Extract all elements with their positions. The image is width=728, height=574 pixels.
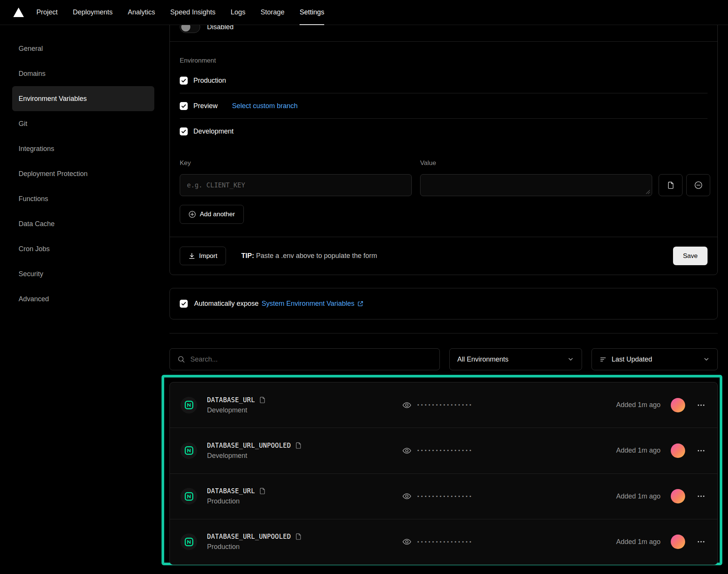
search-icon xyxy=(177,355,185,363)
environment-checkbox-list: Production Preview Select custom branch … xyxy=(180,68,708,144)
variable-text-block: DATABASE_URL_UNPOOLED Production xyxy=(207,533,302,551)
settings-sidebar: General Domains Environment Variables Gi… xyxy=(12,36,154,311)
sidebar-item-domains[interactable]: Domains xyxy=(12,61,154,86)
auto-expose-card: Automatically expose System Environment … xyxy=(169,288,718,319)
key-label: Key xyxy=(180,159,191,167)
variable-text-block: DATABASE_URL Production xyxy=(207,487,266,505)
divider xyxy=(169,333,718,333)
masked-value-group: ••••••••••••••• xyxy=(402,537,472,547)
auto-expose-text: Automatically expose System Environment … xyxy=(194,300,364,308)
environment-filter-dropdown[interactable]: All Environments xyxy=(449,348,582,370)
row-right-group: Added 1m ago xyxy=(616,489,707,503)
row-right-group: Added 1m ago xyxy=(616,443,707,458)
system-env-vars-link[interactable]: System Environment Variables xyxy=(262,300,364,308)
variable-row[interactable]: DATABASE_URL Development •••••••••••••••… xyxy=(170,382,717,428)
row-menu-button[interactable] xyxy=(695,491,707,502)
note-button[interactable] xyxy=(659,174,682,196)
nav-tab-deployments[interactable]: Deployments xyxy=(65,0,120,25)
masked-value-group: ••••••••••••••• xyxy=(402,400,472,410)
save-button[interactable]: Save xyxy=(673,247,708,265)
added-timestamp: Added 1m ago xyxy=(616,538,661,546)
sidebar-item-advanced[interactable]: Advanced xyxy=(12,286,154,311)
note-icon[interactable] xyxy=(259,396,266,403)
sidebar-item-deployment-protection[interactable]: Deployment Protection xyxy=(12,161,154,186)
note-icon[interactable] xyxy=(259,488,266,494)
masked-value: ••••••••••••••• xyxy=(417,494,472,499)
row-menu-button[interactable] xyxy=(695,445,707,456)
sidebar-item-environment-variables[interactable]: Environment Variables xyxy=(12,86,154,111)
neon-integration-icon xyxy=(180,397,197,414)
nav-tab-logs[interactable]: Logs xyxy=(223,0,253,25)
vercel-logo-icon[interactable] xyxy=(13,7,26,18)
value-input[interactable] xyxy=(420,174,652,196)
environment-row-preview: Preview Select custom branch xyxy=(180,93,708,119)
variable-row[interactable]: DATABASE_URL_UNPOOLED Development ••••••… xyxy=(170,428,717,473)
search-box xyxy=(169,348,440,370)
nav-tab-storage[interactable]: Storage xyxy=(253,0,292,25)
environment-filter-value: All Environments xyxy=(457,355,508,363)
select-custom-branch-link[interactable]: Select custom branch xyxy=(232,102,298,110)
sidebar-item-integrations[interactable]: Integrations xyxy=(12,136,154,161)
masked-value-group: ••••••••••••••• xyxy=(402,446,472,456)
neon-integration-icon xyxy=(180,533,197,550)
key-input[interactable] xyxy=(180,174,412,196)
add-another-label: Add another xyxy=(200,211,235,218)
sidebar-item-security[interactable]: Security xyxy=(12,261,154,286)
variable-environment: Production xyxy=(207,497,266,505)
sidebar-item-data-cache[interactable]: Data Cache xyxy=(12,211,154,236)
divider xyxy=(170,41,717,42)
variable-environment: Development xyxy=(207,452,302,460)
eye-icon[interactable] xyxy=(402,537,412,547)
plus-circle-icon xyxy=(188,211,196,218)
import-button[interactable]: Import xyxy=(180,247,226,265)
sort-icon xyxy=(599,356,607,363)
production-label: Production xyxy=(193,77,226,85)
variable-row[interactable]: DATABASE_URL_UNPOOLED Production •••••••… xyxy=(170,519,717,565)
import-tip: TIP: Paste a .env above to populate the … xyxy=(241,252,377,260)
avatar xyxy=(671,489,685,503)
variable-text-block: DATABASE_URL Development xyxy=(207,396,266,414)
remove-row-button[interactable] xyxy=(686,174,710,196)
new-variable-form-card: Disabled Environment Production Preview … xyxy=(169,0,718,275)
variable-name: DATABASE_URL_UNPOOLED xyxy=(207,442,291,449)
eye-icon[interactable] xyxy=(402,491,412,501)
nav-tab-settings[interactable]: Settings xyxy=(292,0,332,25)
development-label: Development xyxy=(193,127,234,135)
development-checkbox[interactable] xyxy=(180,127,188,135)
ellipsis-icon xyxy=(697,538,705,546)
sidebar-item-functions[interactable]: Functions xyxy=(12,186,154,211)
value-label: Value xyxy=(420,159,436,167)
sort-dropdown[interactable]: Last Updated xyxy=(592,348,718,370)
sidebar-item-cron-jobs[interactable]: Cron Jobs xyxy=(12,236,154,261)
sidebar-item-git[interactable]: Git xyxy=(12,111,154,136)
row-right-group: Added 1m ago xyxy=(616,398,707,412)
nav-tab-speed-insights[interactable]: Speed Insights xyxy=(163,0,223,25)
minus-circle-icon xyxy=(694,181,703,189)
row-menu-button[interactable] xyxy=(695,536,707,547)
add-another-button[interactable]: Add another xyxy=(180,205,244,224)
nav-tab-analytics[interactable]: Analytics xyxy=(120,0,163,25)
neon-integration-icon xyxy=(180,488,197,505)
masked-value: ••••••••••••••• xyxy=(417,448,472,453)
eye-icon[interactable] xyxy=(402,400,412,410)
masked-value: ••••••••••••••• xyxy=(417,539,472,544)
note-icon[interactable] xyxy=(295,442,302,449)
row-menu-button[interactable] xyxy=(695,399,707,411)
auto-expose-checkbox[interactable] xyxy=(180,300,188,308)
preview-checkbox[interactable] xyxy=(180,102,188,110)
masked-value: ••••••••••••••• xyxy=(417,403,472,407)
environment-section-label: Environment xyxy=(180,57,216,65)
variable-text-block: DATABASE_URL_UNPOOLED Development xyxy=(207,442,302,460)
avatar xyxy=(671,535,685,549)
nav-tab-project[interactable]: Project xyxy=(29,0,65,25)
note-icon[interactable] xyxy=(295,533,302,540)
search-input[interactable] xyxy=(190,355,432,363)
production-checkbox[interactable] xyxy=(180,77,188,85)
variable-name: DATABASE_URL xyxy=(207,487,255,495)
masked-value-group: ••••••••••••••• xyxy=(402,491,472,501)
sidebar-item-general[interactable]: General xyxy=(12,36,154,61)
row-right-group: Added 1m ago xyxy=(616,535,707,549)
eye-icon[interactable] xyxy=(402,446,412,456)
variable-row[interactable]: DATABASE_URL Production ••••••••••••••• … xyxy=(170,474,717,519)
resize-handle-icon[interactable] xyxy=(646,190,650,194)
